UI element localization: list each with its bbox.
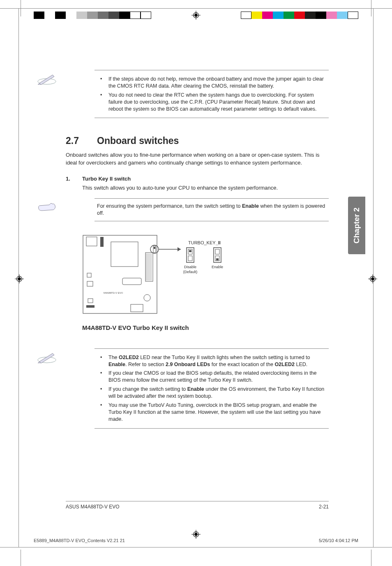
color-swatch [305, 12, 316, 19]
tip-text: For ensuring the system performance, tur… [95, 198, 329, 221]
registration-mark-icon [191, 530, 201, 539]
svg-point-34 [150, 245, 159, 253]
slug-left: E5889_M4A88TD-V EVO_Contents V2.21 21 [34, 538, 125, 543]
note-item: If the steps above do not help, remove t… [95, 76, 329, 90]
diagram-header: TURBO_KEY_II [188, 240, 221, 245]
footer-right: 2-21 [319, 504, 329, 510]
hand-point-icon [37, 201, 57, 213]
color-swatch [251, 12, 262, 19]
note-item: You do not need to clear the RTC when th… [95, 92, 329, 113]
svg-rect-41 [189, 250, 191, 252]
motherboard-diagram: M4A88TD-V EVO TURBO_KEY_II Disable (Defa… [82, 233, 329, 320]
registration-mark-icon [191, 11, 201, 20]
color-swatch [294, 12, 305, 19]
color-swatch [87, 12, 98, 19]
svg-rect-44 [215, 249, 219, 254]
item-number: 1. [66, 176, 82, 182]
svg-rect-24 [86, 305, 95, 308]
registration-mark-icon [368, 274, 377, 283]
board-label: M4A88TD-V EVO [104, 292, 123, 294]
crop-tick [367, 547, 392, 547]
disable-label: Disable [184, 265, 196, 269]
note-block-top: If the steps above do not help, remove t… [66, 70, 329, 118]
crop-tick [0, 547, 25, 547]
color-swatch [66, 12, 76, 19]
slug-right: 5/26/10 4:04:12 PM [319, 538, 358, 543]
color-swatch [337, 12, 348, 19]
crop-tick [371, 550, 371, 566]
color-swatch [76, 12, 87, 19]
section-title-text: Onboard switches [97, 135, 179, 146]
svg-rect-42 [188, 256, 192, 261]
page-content: If the steps above do not help, remove t… [66, 70, 329, 429]
crop-tick [367, 8, 392, 9]
color-swatch [141, 12, 151, 19]
color-swatch [44, 12, 55, 19]
section-number: 2.7 [66, 135, 97, 146]
svg-rect-39 [187, 248, 194, 262]
page-footer: ASUS M4A88TD-V EVO 2-21 [66, 501, 329, 510]
svg-rect-21 [87, 273, 91, 277]
crop-tick [0, 8, 25, 9]
color-swatch [348, 12, 358, 19]
item-description: This switch allows you to auto-tune your… [82, 184, 329, 192]
pencil-note-icon [37, 72, 57, 85]
color-swatch [273, 12, 284, 19]
crop-tick [21, 550, 21, 566]
color-swatch [241, 12, 251, 19]
color-swatch [316, 12, 326, 19]
svg-rect-22 [87, 281, 93, 286]
registration-mark-icon [15, 274, 24, 283]
list-item-heading: 1. Turbo Key II switch [66, 176, 329, 182]
color-swatch [284, 12, 294, 19]
color-swatch [326, 12, 337, 19]
diagram-caption: M4A88TD-V EVO Turbo Key II switch [82, 324, 329, 331]
color-swatch [34, 12, 44, 19]
item-title: Turbo Key II switch [82, 176, 131, 182]
slug-line: E5889_M4A88TD-V EVO_Contents V2.21 21 5/… [34, 538, 358, 543]
pencil-note-icon [37, 351, 57, 363]
section-heading: 2.7Onboard switches [66, 135, 329, 146]
svg-rect-23 [88, 299, 93, 303]
color-swatch [55, 12, 66, 19]
color-bar-right [241, 12, 358, 19]
svg-rect-33 [122, 278, 141, 285]
svg-rect-17 [83, 235, 157, 313]
svg-rect-19 [100, 237, 104, 247]
enable-label: Enable [212, 265, 223, 269]
color-swatch [119, 12, 130, 19]
chapter-tab: Chapter 2 [348, 197, 365, 254]
svg-rect-25 [131, 304, 143, 312]
color-swatch [108, 12, 119, 19]
note-block-bottom: The O2LED2 LED near the Turbo Key II swi… [66, 348, 329, 429]
svg-rect-18 [86, 237, 97, 246]
section-intro: Onboard switches allow you to fine-tune … [66, 151, 329, 166]
footer-left: ASUS M4A88TD-V EVO [66, 504, 120, 510]
svg-rect-46 [216, 258, 219, 260]
svg-point-26 [144, 295, 150, 301]
note-item: If you clear the CMOS or load the BIOS s… [95, 370, 329, 384]
svg-rect-27 [145, 253, 153, 281]
color-swatch [130, 12, 141, 19]
tip-block: For ensuring the system performance, tur… [66, 198, 329, 221]
note-item: If you change the switch setting to Enab… [95, 386, 329, 400]
svg-rect-36 [154, 247, 155, 249]
svg-marker-38 [178, 247, 181, 251]
note-item: The O2LED2 LED near the Turbo Key II swi… [95, 354, 329, 368]
color-swatch [262, 12, 273, 19]
color-bar-left [34, 12, 151, 19]
default-label: (Default) [183, 270, 198, 274]
note-item: You may use the TurboV Auto Tuning, over… [95, 402, 329, 423]
svg-rect-20 [111, 242, 138, 267]
color-swatch [98, 12, 108, 19]
